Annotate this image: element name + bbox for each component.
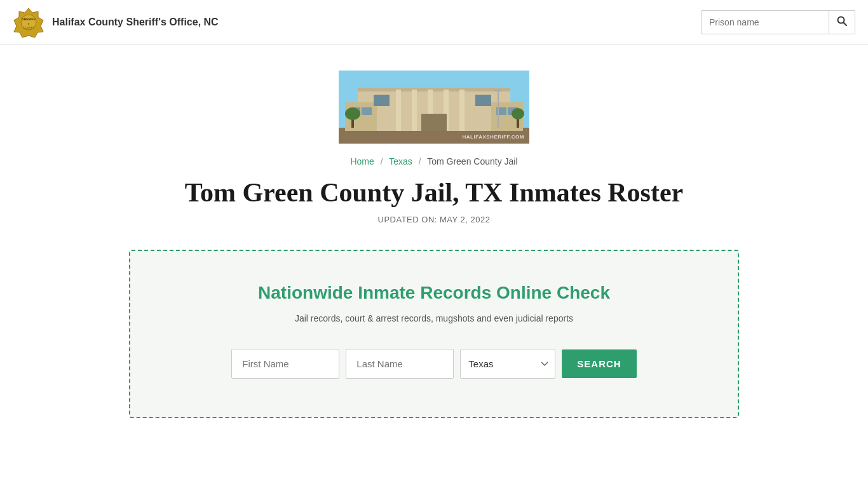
svg-rect-10	[358, 88, 510, 92]
breadcrumb-separator-2: /	[419, 156, 421, 166]
svg-rect-30	[494, 90, 502, 92]
state-select[interactable]: AlabamaAlaskaArizonaArkansasCaliforniaCo…	[460, 349, 555, 379]
search-icon	[837, 16, 847, 26]
main-content: HALIFAXSHERIFF.COM Home / Texas / Tom Gr…	[116, 45, 752, 444]
svg-text:★: ★	[27, 22, 30, 25]
svg-point-28	[512, 108, 524, 119]
breadcrumb: Home / Texas / Tom Green County Jail	[129, 156, 739, 166]
header-search-button[interactable]	[829, 11, 855, 34]
jail-image: HALIFAXSHERIFF.COM	[339, 71, 529, 144]
header-left: SHERIFF ★ COUNTY Halifax County Sheriff'…	[13, 6, 219, 38]
sheriff-badge-icon: SHERIFF ★ COUNTY	[13, 6, 44, 38]
svg-rect-24	[421, 114, 447, 131]
svg-rect-14	[412, 90, 417, 131]
svg-rect-19	[362, 107, 372, 115]
breadcrumb-separator-1: /	[381, 156, 383, 166]
svg-text:COUNTY: COUNTY	[24, 26, 34, 29]
site-header: SHERIFF ★ COUNTY Halifax County Sheriff'…	[0, 0, 868, 45]
search-button[interactable]: SEARCH	[562, 349, 636, 378]
breadcrumb-state-link[interactable]: Texas	[389, 156, 412, 166]
svg-rect-29	[498, 90, 499, 128]
panel-subtitle: Jail records, court & arrest records, mu…	[156, 313, 712, 323]
panel-title: Nationwide Inmate Records Online Check	[156, 283, 712, 303]
breadcrumb-current: Tom Green County Jail	[427, 156, 517, 166]
breadcrumb-home-link[interactable]: Home	[350, 156, 374, 166]
svg-point-26	[345, 107, 360, 120]
svg-rect-22	[374, 95, 390, 106]
page-title: Tom Green County Jail, TX Inmates Roster	[129, 177, 739, 208]
site-title: Halifax County Sheriff's Office, NC	[52, 17, 219, 28]
inmate-search-panel: Nationwide Inmate Records Online Check J…	[129, 250, 739, 418]
updated-date: UPDATED ON: MAY 2, 2022	[129, 215, 739, 224]
first-name-input[interactable]	[231, 349, 339, 379]
svg-rect-17	[459, 90, 465, 131]
svg-rect-13	[396, 90, 401, 131]
svg-rect-23	[475, 95, 491, 106]
inmate-search-form: AlabamaAlaskaArizonaArkansasCaliforniaCo…	[156, 349, 712, 379]
last-name-input[interactable]	[346, 349, 454, 379]
svg-text:SHERIFF: SHERIFF	[22, 17, 35, 21]
image-watermark: HALIFAXSHERIFF.COM	[463, 134, 524, 140]
svg-line-6	[844, 23, 847, 26]
header-search-box[interactable]	[701, 10, 855, 34]
header-search-input[interactable]	[702, 12, 829, 32]
